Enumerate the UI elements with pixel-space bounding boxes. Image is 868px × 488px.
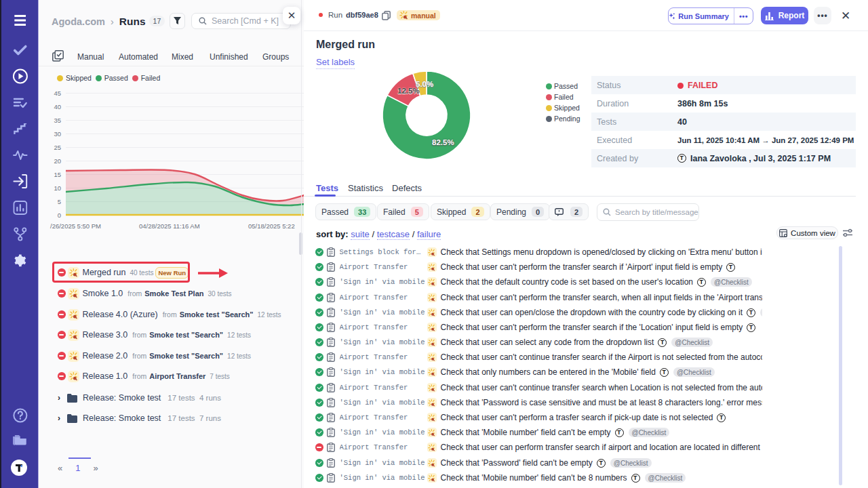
svg-text:25: 25 (54, 144, 61, 151)
svg-text:45: 45 (54, 89, 61, 97)
svg-text:5: 5 (58, 198, 61, 205)
svg-text:20: 20 (54, 157, 61, 165)
svg-text:40: 40 (54, 103, 61, 110)
svg-text:35: 35 (54, 117, 61, 124)
svg-text:5.0%: 5.0% (416, 80, 433, 88)
svg-text:30: 30 (54, 130, 61, 138)
svg-text:/26/2025 5:50 PM: /26/2025 5:50 PM (50, 222, 101, 230)
svg-text:82.5%: 82.5% (432, 138, 454, 146)
svg-text:04/28/2025 11:16 AM: 04/28/2025 11:16 AM (139, 222, 200, 230)
svg-text:05/18/2025 5:22: 05/18/2025 5:22 (248, 222, 295, 230)
svg-text:10: 10 (54, 184, 61, 192)
svg-text:0: 0 (58, 211, 61, 219)
svg-text:15: 15 (54, 171, 61, 178)
